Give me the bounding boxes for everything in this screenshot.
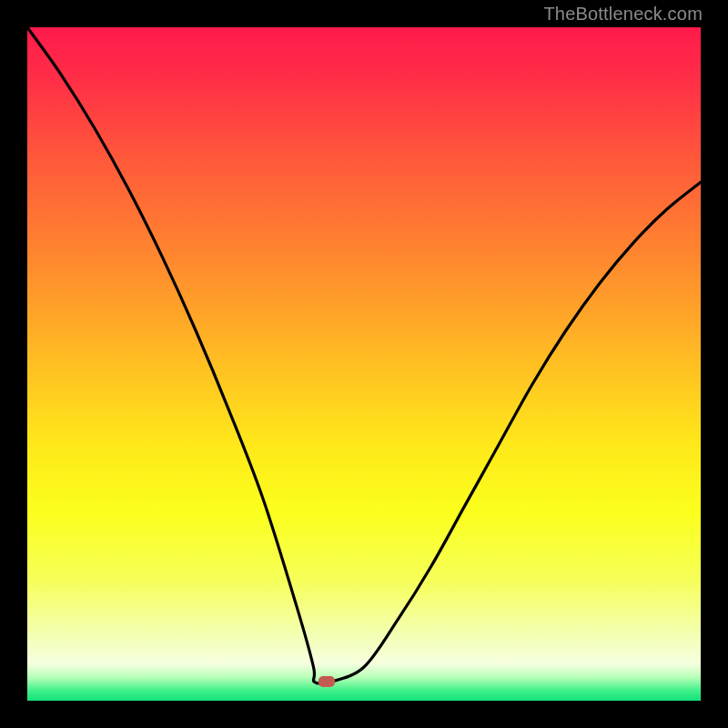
chart-frame: TheBottleneck.com	[0, 0, 728, 728]
bottleneck-curve	[27, 27, 701, 701]
watermark-text: TheBottleneck.com	[543, 4, 703, 25]
optimal-point-marker	[318, 676, 335, 687]
plot-area	[27, 27, 701, 701]
